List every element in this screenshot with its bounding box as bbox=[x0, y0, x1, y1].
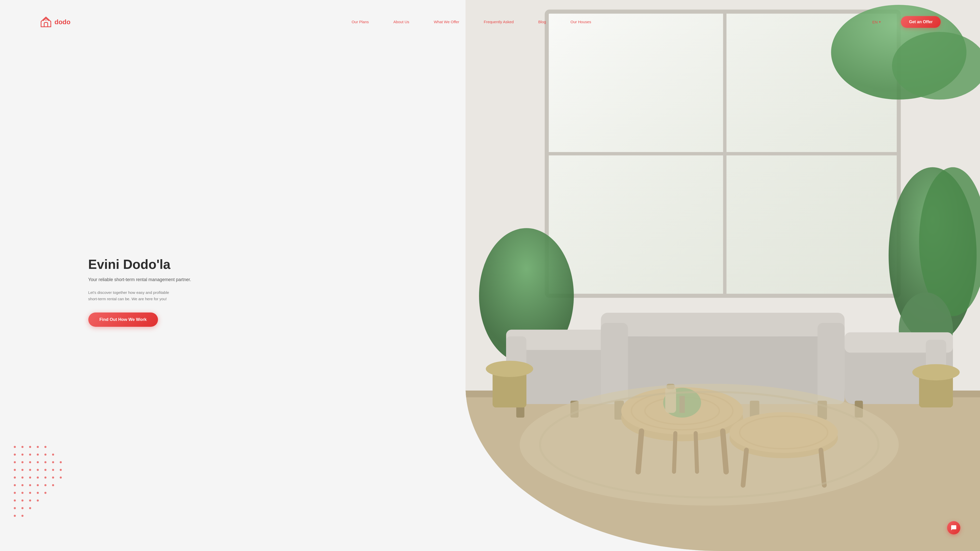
dot-pattern-decoration bbox=[10, 442, 66, 524]
svg-point-27 bbox=[21, 476, 24, 478]
svg-point-18 bbox=[60, 461, 62, 463]
svg-point-39 bbox=[14, 492, 16, 494]
svg-point-12 bbox=[14, 461, 16, 463]
svg-point-110 bbox=[520, 384, 899, 505]
svg-point-26 bbox=[14, 476, 16, 478]
svg-point-44 bbox=[14, 499, 16, 502]
svg-point-16 bbox=[45, 461, 46, 463]
hero-image-container bbox=[466, 0, 980, 551]
svg-point-52 bbox=[21, 515, 24, 517]
svg-point-21 bbox=[29, 469, 31, 471]
nav-link-our-plans[interactable]: Our Plans bbox=[352, 20, 369, 24]
svg-point-40 bbox=[21, 492, 24, 494]
svg-point-34 bbox=[21, 484, 24, 486]
svg-point-20 bbox=[21, 469, 24, 471]
svg-point-24 bbox=[52, 469, 54, 471]
svg-point-15 bbox=[37, 461, 39, 463]
svg-point-42 bbox=[37, 492, 39, 494]
language-selector[interactable]: EN ▼ bbox=[872, 20, 881, 24]
nav-right: EN ▼ Get an Offer bbox=[872, 16, 941, 28]
svg-point-7 bbox=[21, 454, 24, 456]
svg-point-109 bbox=[912, 364, 960, 380]
svg-point-46 bbox=[29, 499, 31, 502]
svg-point-43 bbox=[45, 492, 46, 494]
language-label: EN bbox=[872, 20, 878, 24]
room-illustration bbox=[466, 0, 980, 551]
navbar: dodo Our Plans About Us What We Offer Fr… bbox=[0, 0, 980, 44]
hero-right bbox=[490, 0, 980, 551]
svg-point-2 bbox=[21, 446, 24, 448]
svg-point-31 bbox=[52, 476, 54, 478]
find-out-how-we-work-button[interactable]: Find Out How We Work bbox=[88, 313, 158, 327]
logo-text: dodo bbox=[55, 18, 71, 26]
svg-point-17 bbox=[52, 461, 54, 463]
svg-point-3 bbox=[29, 446, 31, 448]
nav-link-what-we-offer[interactable]: What We Offer bbox=[434, 20, 460, 24]
svg-point-28 bbox=[29, 476, 31, 478]
hero-image-blob bbox=[466, 0, 980, 551]
nav-item-our-houses[interactable]: Our Houses bbox=[570, 20, 591, 24]
nav-item-about-us[interactable]: About Us bbox=[393, 20, 409, 24]
nav-item-our-plans[interactable]: Our Plans bbox=[352, 20, 369, 24]
nav-link-about-us[interactable]: About Us bbox=[393, 20, 409, 24]
svg-point-11 bbox=[52, 454, 54, 456]
dodo-logo-icon bbox=[39, 15, 52, 29]
svg-point-1 bbox=[14, 446, 16, 448]
svg-point-14 bbox=[29, 461, 31, 463]
svg-point-41 bbox=[29, 492, 31, 494]
svg-point-37 bbox=[45, 484, 46, 486]
svg-rect-80 bbox=[818, 323, 845, 404]
svg-point-10 bbox=[45, 454, 46, 456]
nav-link-our-houses[interactable]: Our Houses bbox=[570, 20, 591, 24]
nav-item-blog[interactable]: Blog bbox=[538, 20, 546, 24]
svg-point-9 bbox=[37, 454, 39, 456]
svg-point-47 bbox=[37, 499, 39, 502]
svg-point-4 bbox=[37, 446, 39, 448]
svg-point-22 bbox=[37, 469, 39, 471]
svg-point-50 bbox=[29, 507, 31, 509]
nav-links: Our Plans About Us What We Offer Frequen… bbox=[352, 20, 591, 24]
svg-point-13 bbox=[21, 461, 24, 463]
svg-point-51 bbox=[14, 515, 16, 517]
svg-point-0 bbox=[45, 20, 46, 21]
svg-point-29 bbox=[37, 476, 39, 478]
get-offer-button[interactable]: Get an Offer bbox=[901, 16, 941, 28]
nav-item-faq[interactable]: Frequently Asked bbox=[484, 20, 514, 24]
hero-section: Evini Dodo'la Your reliable short-term r… bbox=[0, 0, 980, 551]
chevron-down-icon: ▼ bbox=[878, 21, 881, 24]
hero-description: Let's discover together how easy and pro… bbox=[88, 289, 175, 303]
svg-point-25 bbox=[60, 469, 62, 471]
chat-icon bbox=[951, 525, 957, 531]
hero-title: Evini Dodo'la bbox=[88, 257, 490, 272]
page-wrapper: dodo Our Plans About Us What We Offer Fr… bbox=[0, 0, 980, 551]
svg-point-38 bbox=[52, 484, 54, 486]
svg-point-30 bbox=[45, 476, 46, 478]
svg-point-19 bbox=[14, 469, 16, 471]
nav-item-what-we-offer[interactable]: What We Offer bbox=[434, 20, 460, 24]
svg-point-49 bbox=[21, 507, 24, 509]
svg-point-33 bbox=[14, 484, 16, 486]
svg-point-23 bbox=[45, 469, 46, 471]
nav-link-faq[interactable]: Frequently Asked bbox=[484, 20, 514, 24]
hero-left: Evini Dodo'la Your reliable short-term r… bbox=[0, 0, 490, 551]
svg-point-32 bbox=[60, 476, 62, 478]
nav-link-blog[interactable]: Blog bbox=[538, 20, 546, 24]
svg-rect-78 bbox=[601, 313, 845, 337]
svg-point-5 bbox=[45, 446, 46, 448]
svg-point-107 bbox=[486, 361, 533, 377]
hero-subtitle: Your reliable short-term rental manageme… bbox=[88, 276, 490, 283]
svg-point-36 bbox=[37, 484, 39, 486]
svg-point-45 bbox=[21, 499, 24, 502]
svg-point-48 bbox=[14, 507, 16, 509]
svg-point-6 bbox=[14, 454, 16, 456]
svg-point-35 bbox=[29, 484, 31, 486]
logo[interactable]: dodo bbox=[39, 15, 71, 29]
svg-point-8 bbox=[29, 454, 31, 456]
